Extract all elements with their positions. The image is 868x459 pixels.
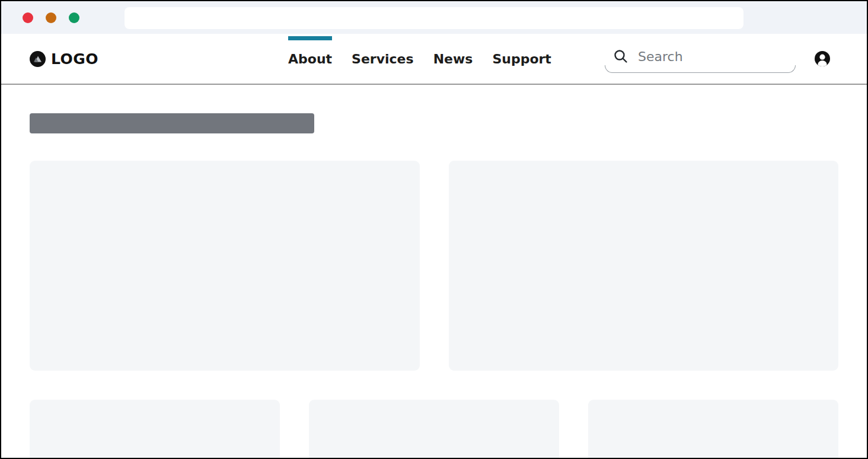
search-box [605, 44, 796, 73]
nav-item-services[interactable]: Services [352, 34, 414, 84]
window-controls [23, 12, 79, 23]
site-header: LOGO About Services News Support [1, 34, 867, 85]
content-card-placeholder [309, 400, 559, 459]
content-card-placeholder [30, 161, 420, 371]
logo-mountain-icon [30, 51, 46, 67]
content-card-placeholder [30, 400, 280, 459]
nav-item-news[interactable]: News [433, 34, 473, 84]
browser-window: LOGO About Services News Support [0, 0, 868, 459]
browser-chrome-bar [1, 1, 867, 34]
logo-text: LOGO [51, 50, 98, 68]
nav-item-about[interactable]: About [288, 34, 332, 84]
large-card-row [30, 161, 838, 371]
nav-item-support[interactable]: Support [492, 34, 551, 84]
user-avatar-icon[interactable] [815, 51, 830, 66]
search-input[interactable] [605, 44, 796, 68]
content-card-placeholder [449, 161, 839, 371]
close-window-button[interactable] [23, 12, 33, 23]
content-card-placeholder [588, 400, 838, 459]
url-bar[interactable] [125, 7, 743, 29]
minimize-window-button[interactable] [46, 12, 56, 23]
small-card-row [30, 400, 838, 459]
logo[interactable]: LOGO [30, 34, 98, 84]
page-content [1, 113, 867, 459]
heading-placeholder [30, 113, 314, 133]
main-nav: About Services News Support [288, 34, 551, 84]
maximize-window-button[interactable] [69, 12, 79, 23]
